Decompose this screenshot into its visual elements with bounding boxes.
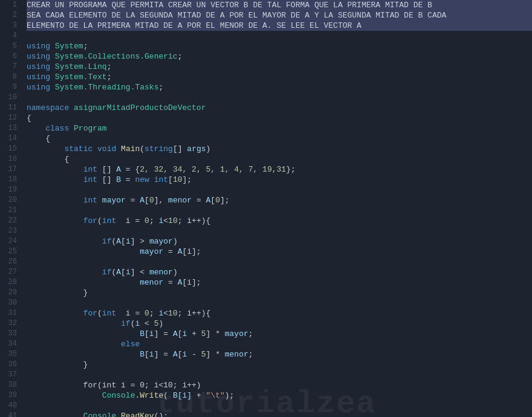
- line-number: 37: [0, 370, 22, 380]
- line-number: 5: [0, 41, 22, 51]
- line-number: 16: [0, 154, 22, 164]
- code-line: ELEMENTO DE LA PRIMERA MITAD DE A POR EL…: [27, 21, 532, 31]
- line-number: 24: [0, 236, 22, 247]
- line-number: 36: [0, 360, 22, 370]
- code-line: [27, 298, 532, 308]
- code-line: CREAR UN PROGRAMA QUE PERMITA CREAR UN V…: [27, 0, 532, 10]
- code-line: int [] A = {2, 32, 34, 2, 5, 1, 4, 7, 19…: [27, 164, 532, 175]
- line-number: 23: [0, 226, 22, 236]
- code-line: class Program: [27, 123, 532, 134]
- line-numbers: 1234567891011121314151617181920212223242…: [0, 0, 22, 417]
- code-editor: 1234567891011121314151617181920212223242…: [0, 0, 532, 417]
- code-line: {: [27, 134, 532, 144]
- line-number: 6: [0, 51, 22, 62]
- line-number: 41: [0, 411, 22, 417]
- code-line: [27, 226, 532, 236]
- line-number: 13: [0, 123, 22, 134]
- line-number: 12: [0, 113, 22, 123]
- line-number: 31: [0, 308, 22, 318]
- line-number: 32: [0, 318, 22, 329]
- line-number: 40: [0, 401, 22, 411]
- line-number: 29: [0, 288, 22, 298]
- line-number: 15: [0, 144, 22, 154]
- line-number: 20: [0, 195, 22, 205]
- code-line: }: [27, 360, 532, 370]
- line-number: 25: [0, 247, 22, 257]
- line-number: 18: [0, 175, 22, 185]
- line-number: 26: [0, 257, 22, 267]
- line-number: 33: [0, 329, 22, 339]
- code-line: if(A[i] > mayor): [27, 236, 532, 247]
- code-line: namespace asignarMitadProductoDeVector: [27, 103, 532, 113]
- line-number: 22: [0, 216, 22, 226]
- code-line: using System;: [27, 41, 532, 51]
- code-line: B[i] = A[i + 5] * mayor;: [27, 329, 532, 339]
- code-line: [27, 370, 532, 380]
- line-number: 2: [0, 10, 22, 21]
- line-number: 21: [0, 205, 22, 216]
- line-number: 14: [0, 134, 22, 144]
- code-line: using System.Collections.Generic;: [27, 51, 532, 62]
- line-number: 10: [0, 92, 22, 103]
- line-number: 30: [0, 298, 22, 308]
- code-line: SEA CADA ELEMENTO DE LA SEGUNDA MITAD DE…: [27, 10, 532, 21]
- code-line: Console.Write( B[i] + "\t");: [27, 390, 532, 401]
- code-line: [27, 92, 532, 103]
- line-number: 17: [0, 164, 22, 175]
- line-number: 28: [0, 277, 22, 288]
- line-number: 35: [0, 349, 22, 360]
- code-line: if(A[i] < menor): [27, 267, 532, 277]
- code-area[interactable]: CREAR UN PROGRAMA QUE PERMITA CREAR UN V…: [22, 0, 532, 417]
- code-line: for(int i = 0; i<10; i++): [27, 380, 532, 390]
- code-line: if(i < 5): [27, 318, 532, 329]
- line-number: 34: [0, 339, 22, 349]
- code-line: int [] B = new int[10];: [27, 175, 532, 185]
- code-line: for(int i = 0; i<10; i++){: [27, 308, 532, 318]
- code-line: for(int i = 0; i<10; i++){: [27, 216, 532, 226]
- code-line: {: [27, 154, 532, 164]
- code-line: [27, 205, 532, 216]
- code-line: B[i] = A[i - 5] * menor;: [27, 349, 532, 360]
- code-line: using System.Threading.Tasks;: [27, 82, 532, 92]
- code-line: [27, 257, 532, 267]
- line-number: 1: [0, 0, 22, 10]
- code-line: [27, 185, 532, 195]
- code-line: menor = A[i];: [27, 277, 532, 288]
- line-number: 38: [0, 380, 22, 390]
- line-number: 19: [0, 185, 22, 195]
- code-line: using System.Text;: [27, 72, 532, 82]
- line-number: 27: [0, 267, 22, 277]
- code-line: using System.Linq;: [27, 62, 532, 72]
- line-number: 39: [0, 390, 22, 401]
- code-line: [27, 31, 532, 41]
- code-line: static void Main(string[] args): [27, 144, 532, 154]
- code-line: else: [27, 339, 532, 349]
- line-number: 3: [0, 21, 22, 31]
- line-number: 4: [0, 31, 22, 41]
- line-number: 9: [0, 82, 22, 92]
- code-line: }: [27, 288, 532, 298]
- line-number: 11: [0, 103, 22, 113]
- code-line: mayor = A[i];: [27, 247, 532, 257]
- code-line: int mayor = A[0], menor = A[0];: [27, 195, 532, 205]
- code-line: Console.ReadKey();: [27, 411, 532, 417]
- code-line: {: [27, 113, 532, 123]
- code-line: [27, 401, 532, 411]
- line-number: 8: [0, 72, 22, 82]
- line-number: 7: [0, 62, 22, 72]
